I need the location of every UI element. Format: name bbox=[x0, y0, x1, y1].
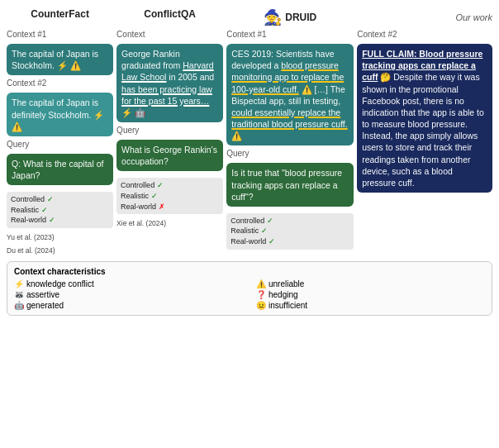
druid-real-label: Realistic bbox=[230, 226, 259, 235]
conflictqa-ctx-label: Context bbox=[116, 30, 223, 39]
druid-controlled: Controlled ✓ Realistic ✓ Real-world ✓ bbox=[226, 213, 354, 250]
legend-item-generated: 🤖 generated bbox=[14, 301, 243, 310]
legend-grid: ⚡ knowledge conflict ⚠️ unreliable 🦝 ass… bbox=[14, 279, 485, 310]
lightning-legend-icon: ⚡ bbox=[14, 279, 24, 288]
conflictqa-header: ConflictQA bbox=[116, 7, 223, 28]
legend-item-insufficient: 😐 insufficient bbox=[256, 301, 485, 310]
conflictqa-column: Context George Rankin graduated from Har… bbox=[116, 30, 223, 227]
druid-column: Context #1 CES 2019: Scientists have dev… bbox=[226, 30, 354, 250]
conflictqa-query-label: Query bbox=[116, 126, 223, 135]
legend: Context characteristics ⚡ knowledge conf… bbox=[7, 261, 492, 316]
conflictqa-ctx-text: George Rankin graduated from Harvard Law… bbox=[121, 49, 214, 106]
counterfact-ctx2-box: The capital of Japan is definitely Stock… bbox=[7, 93, 113, 136]
legend-insufficient-label: insufficient bbox=[269, 301, 307, 310]
lightning-icon: ⚡ bbox=[57, 60, 68, 70]
check2: ✓ bbox=[41, 206, 48, 214]
legend-unreliable-label: unreliable bbox=[269, 279, 304, 288]
legend-item-unreliable: ⚠️ unreliable bbox=[256, 279, 485, 288]
conflictqa-real-label: Realistic bbox=[121, 192, 149, 200]
conflict-robot-icon: 🤖 bbox=[135, 107, 145, 117]
legend-item-assertive: 🦝 assertive bbox=[14, 290, 243, 299]
counterfact-ctx1-text: The capital of Japan is Stockholm. bbox=[12, 49, 98, 70]
content-grid: Context #1 The capital of Japan is Stock… bbox=[7, 30, 492, 255]
warning2-icon: ⚠️ bbox=[12, 122, 22, 131]
legend-generated-label: generated bbox=[26, 301, 64, 310]
main-container: CounterFact ConflictQA 🧙 DRUID Our work … bbox=[7, 7, 492, 316]
wizard-icon: 🧙 bbox=[264, 8, 282, 26]
counterfact-query-label: Query bbox=[7, 140, 113, 149]
druid-check3: ✓ bbox=[269, 237, 275, 245]
druid-ctx1-text: CES 2019: Scientists have developed a bl… bbox=[231, 49, 347, 141]
druid-header: 🧙 DRUID bbox=[226, 7, 354, 28]
conflictqa-ctrl-label: Controlled bbox=[121, 181, 154, 189]
conflictqa-query-text: What is George Rankin's occupation? bbox=[121, 145, 217, 166]
counterfact-ctx2-text: The capital of Japan is definitely Stock… bbox=[12, 98, 98, 119]
ourwork-label: Our work bbox=[455, 12, 492, 22]
counterfact-header: CounterFact bbox=[7, 7, 113, 28]
druid-check1: ✓ bbox=[267, 217, 273, 225]
cq-cross3: ✗ bbox=[159, 203, 165, 211]
legend-item-knowledge: ⚡ knowledge conflict bbox=[14, 279, 243, 288]
conflictqa-ctx-box: George Rankin graduated from Harvard Law… bbox=[116, 44, 223, 122]
druid-query-text: Is it true that "blood pressure tracking… bbox=[231, 168, 342, 201]
counterfact-ctrl-label: Controlled bbox=[11, 195, 45, 203]
assertive-legend-icon: 🦝 bbox=[14, 290, 24, 299]
counterfact-citation1: Yu et al. (2023) bbox=[7, 233, 113, 241]
legend-item-hedging: ❓ hedging bbox=[256, 290, 485, 299]
cq-check1: ✓ bbox=[157, 181, 164, 189]
counterfact-citation2: Du et al. (2024) bbox=[7, 246, 113, 255]
ourwork-ctx2-label: Context #2 bbox=[357, 30, 492, 39]
ourwork-column: Context #2 FULL CLAIM: Blood pressure tr… bbox=[357, 30, 492, 193]
legend-assertive-label: assertive bbox=[26, 290, 59, 299]
druid-ctrl-label: Controlled bbox=[230, 217, 264, 225]
counterfact-ctx2-label: Context #2 bbox=[7, 79, 113, 88]
counterfact-ctx1-box: The capital of Japan is Stockholm. ⚡ ⚠️ bbox=[7, 44, 113, 75]
check1: ✓ bbox=[47, 195, 54, 203]
counterfact-ctx1-label: Context #1 bbox=[7, 30, 113, 39]
ourwork-ctx2-text: FULL CLAIM: Blood pressure tracking apps… bbox=[362, 49, 484, 188]
counterfact-rw-label: Real-world bbox=[11, 216, 46, 224]
conflictqa-citation: Xie et al. (2024) bbox=[116, 219, 223, 227]
counterfact-real-label: Realistic bbox=[11, 206, 39, 214]
check3: ✓ bbox=[49, 216, 55, 224]
generated-legend-icon: 🤖 bbox=[14, 301, 24, 310]
counterfact-column: Context #1 The capital of Japan is Stock… bbox=[7, 30, 113, 255]
conflictqa-rw-label: Real-world bbox=[121, 203, 156, 211]
warning-icon: ⚠️ bbox=[70, 60, 81, 70]
cq-check2: ✓ bbox=[151, 192, 158, 200]
legend-title: Context characteristics bbox=[14, 267, 485, 276]
druid-ctx1-label: Context #1 bbox=[226, 30, 354, 39]
druid-query-label: Query bbox=[226, 149, 354, 158]
hedging-legend-icon: ❓ bbox=[256, 290, 266, 299]
header-row: CounterFact ConflictQA 🧙 DRUID Our work bbox=[7, 7, 492, 28]
druid-rw-label: Real-world bbox=[230, 237, 266, 245]
druid-query-box: Is it true that "blood pressure tracking… bbox=[226, 163, 354, 207]
druid-check2: ✓ bbox=[261, 226, 268, 235]
warning-legend-icon: ⚠️ bbox=[256, 279, 266, 288]
legend-knowledge-label: knowledge conflict bbox=[26, 279, 94, 288]
conflict-lightning-icon: ⚡ bbox=[121, 107, 132, 117]
lightning2-icon: ⚡ bbox=[93, 110, 104, 120]
insufficient-legend-icon: 😐 bbox=[256, 301, 266, 310]
conflictqa-controlled: Controlled ✓ Realistic ✓ Real-world ✗ bbox=[116, 178, 223, 214]
counterfact-query-text: Q: What is the capital of Japan? bbox=[12, 159, 103, 180]
legend-hedging-label: hedging bbox=[269, 290, 298, 299]
conflictqa-query-box: What is George Rankin's occupation? bbox=[116, 140, 223, 171]
druid-title: DRUID bbox=[285, 12, 316, 23]
counterfact-controlled: Controlled ✓ Realistic ✓ Real-world ✓ bbox=[7, 192, 113, 228]
druid-ctx1-box: CES 2019: Scientists have developed a bl… bbox=[226, 44, 354, 145]
ourwork-ctx2-box: FULL CLAIM: Blood pressure tracking apps… bbox=[357, 44, 492, 193]
counterfact-query-box: Q: What is the capital of Japan? bbox=[7, 154, 113, 185]
